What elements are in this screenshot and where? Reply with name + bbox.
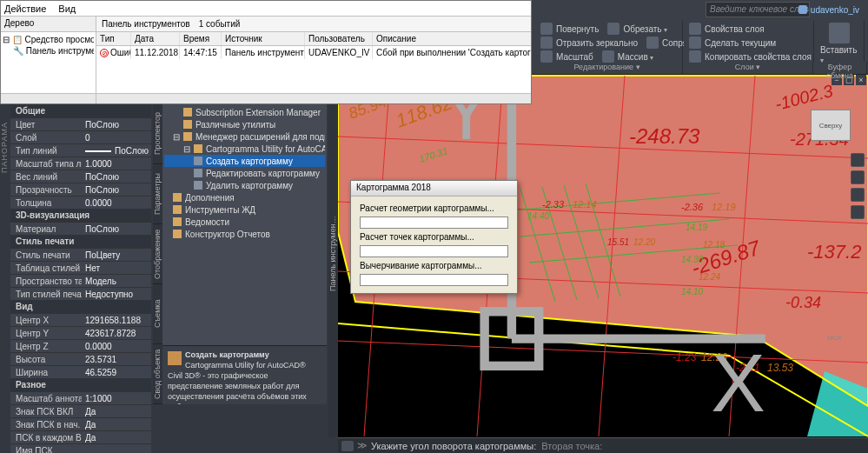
tree-item[interactable]: Различные утилиты [164, 118, 325, 130]
menu-action[interactable]: Действие [4, 3, 46, 14]
user-name: udavenko_iv [811, 5, 859, 15]
error-icon: ⊘ [100, 49, 109, 57]
tab-prospector[interactable]: Проспектор [153, 104, 162, 164]
tree-tab[interactable]: Дерево [1, 17, 96, 32]
win-close-icon[interactable]: × [856, 75, 866, 85]
property-row[interactable]: Имя ПСК [10, 443, 151, 453]
property-row[interactable]: Центр Y423617.8728 [10, 326, 151, 339]
event-viewer-menu: Действие Вид [1, 1, 531, 17]
group-plot[interactable]: Стиль печати [10, 235, 151, 248]
property-row[interactable]: ПСК в каждом Вэк...Да [10, 430, 151, 443]
property-row[interactable]: Тип линийПоСлою [10, 143, 151, 157]
cmd-icon [341, 441, 354, 451]
col-time[interactable]: Время [180, 32, 222, 45]
match-layer-button[interactable]: Копировать свойства слоя [705, 52, 812, 62]
property-row[interactable]: Пространство таб...Модель [10, 274, 151, 287]
scale-button[interactable]: МасштабМассив [540, 50, 677, 63]
group-general[interactable]: Общие [10, 104, 151, 117]
tree-item[interactable]: ⊟ Cartogramma Utility for AutoCAD® Civil… [164, 143, 325, 155]
tab-survey[interactable]: Съемка [153, 284, 162, 344]
command-line[interactable]: ≫ Укажите угол поворота картограммы: Вто… [338, 437, 868, 453]
property-row[interactable]: Таблица стилей п...Нет [10, 261, 151, 274]
col-source[interactable]: Источник [222, 32, 305, 45]
tree-item[interactable]: Ведомости [164, 216, 325, 228]
property-row[interactable]: Высота23.5731 [10, 352, 151, 365]
step1-label: Расчет геометрии картограммы... [360, 203, 508, 213]
event-tree: Дерево ⊟ 📋 Средство просмотра событий 🔧 … [1, 17, 96, 103]
step3-label: Вычерчивание картограммы... [360, 261, 508, 270]
property-row[interactable]: Слой0 [10, 130, 151, 143]
user-icon [798, 5, 807, 14]
property-row[interactable]: Толщина0.0000 [10, 196, 151, 209]
property-row[interactable]: Стиль печатиПоЦвету [10, 248, 151, 261]
mirror-button[interactable]: Отразить зеркальноСопряжение [540, 37, 677, 49]
mirror-icon [540, 37, 553, 49]
property-row[interactable]: Масштаб аннотац...1:1000 [10, 391, 151, 404]
tab-toolbox[interactable]: Свод объекта [153, 344, 162, 404]
folder-icon [194, 144, 202, 153]
toolspace-tabs: Проспектор Параметры Отображение Съемка … [153, 104, 162, 404]
clipboard-label: Буфер обмена [813, 62, 867, 74]
property-row[interactable]: Масштаб типа лин...1.0000 [10, 157, 151, 170]
group-misc[interactable]: Разное [10, 378, 151, 391]
search-input[interactable]: Введите ключевое слово/фразу [706, 2, 810, 17]
folder-icon [183, 108, 192, 117]
tree-item[interactable]: Редактировать картограмму [164, 167, 325, 179]
group-3dviz[interactable]: 3D-визуализация [10, 209, 151, 222]
tree-item[interactable]: Удалить картограмму [164, 179, 325, 191]
property-row[interactable]: Знак ПСК в нач. к...Да [10, 417, 151, 430]
folder-icon [173, 193, 182, 202]
tree-item[interactable]: Subscription Extension Manager [164, 106, 325, 118]
property-row[interactable]: Знак ПСК ВКЛДа [10, 404, 151, 417]
make-current-button[interactable]: Сделать текущим [705, 38, 776, 48]
property-row[interactable]: ПрозрачностьПоСлою [10, 183, 151, 196]
tree-child[interactable]: 🔧 Панель инструментов [3, 45, 94, 57]
toolspace-handle[interactable]: Панель инструмен… [328, 104, 338, 437]
folder-icon [173, 205, 182, 214]
chevron-icon: ≫ [357, 440, 368, 451]
makecur-icon [689, 37, 701, 49]
tree-item[interactable]: ⊟ Менеджер расширений для подписчиков [164, 130, 325, 143]
toolspace-tree: Subscription Extension ManagerРазличные … [162, 104, 327, 242]
tool-icon [194, 181, 202, 190]
property-row[interactable]: ЦветПоСлою [10, 117, 151, 130]
folder-icon [173, 230, 182, 238]
layers-panel: Свойства слоя Сделать текущим Копировать… [684, 21, 814, 62]
menu-view[interactable]: Вид [58, 3, 76, 14]
tab-display[interactable]: Отображение [153, 224, 162, 284]
tree-root[interactable]: ⊟ 📋 Средство просмотра событий [3, 34, 94, 45]
user-menu[interactable]: udavenko_iv [798, 2, 859, 17]
property-row[interactable]: Центр Z0.0000 [10, 339, 151, 352]
event-scrollbar[interactable] [96, 93, 531, 103]
tree-scrollbar[interactable] [1, 93, 96, 103]
cmd-sub: Вторая точка: [541, 441, 602, 451]
col-date[interactable]: Дата [131, 32, 180, 45]
event-grid-header: Тип Дата Время Источник Пользователь Опи… [96, 32, 531, 46]
tree-item[interactable]: Конструктор Отчетов [164, 228, 325, 240]
event-row[interactable]: ⊘Ошибка 11.12.2018 14:47:15 Панель инстр… [96, 46, 531, 59]
tree-item[interactable]: Создать картограмму [164, 155, 325, 167]
event-viewer-panel: Действие Вид Дерево ⊟ 📋 Средство просмот… [0, 0, 532, 104]
property-row[interactable]: Ширина46.5259 [10, 365, 151, 378]
scale-icon [540, 50, 553, 63]
property-row[interactable]: Вес линийПоСлою [10, 170, 151, 183]
col-desc[interactable]: Описание [373, 32, 531, 45]
col-type[interactable]: Тип [96, 32, 131, 45]
rotate-button[interactable]: ПовернутьОбрезать [540, 23, 677, 35]
col-user[interactable]: Пользователь [305, 32, 373, 45]
layers-label: Слои ▾ [683, 62, 813, 74]
property-row[interactable]: МатериалПоСлою [10, 222, 151, 235]
tree-item[interactable]: Дополнения [164, 191, 325, 203]
property-row[interactable]: Тип стилей печатиНедоступно [10, 287, 151, 300]
dialog-title[interactable]: Картограмма 2018 [351, 181, 517, 197]
svg-text:X: X [711, 337, 765, 411]
ribbon: Введите ключевое слово/фразу udavenko_iv… [532, 0, 868, 75]
modify-panel: ПовернутьОбрезать Отразить зеркальноСопр… [535, 21, 683, 62]
tab-settings[interactable]: Параметры [153, 164, 162, 224]
layer-props-button[interactable]: Свойства слоя [705, 24, 765, 34]
tree-item[interactable]: Инструменты ЖД [164, 203, 325, 216]
property-row[interactable]: Центр X1291658.1188 [10, 313, 151, 326]
group-view[interactable]: Вид [10, 300, 151, 313]
cartogramma-dialog: Картограмма 2018 Расчет геометрии картог… [350, 180, 518, 294]
properties-palette: Общие ЦветПоСлоюСлой0Тип линийПоСлоюМасш… [10, 104, 151, 453]
